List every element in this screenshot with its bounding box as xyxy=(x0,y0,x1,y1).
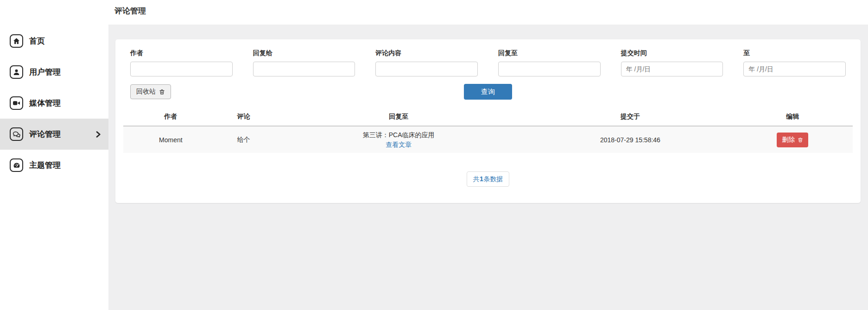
filter-form: 作者 回复给 评论内容 回复至 提交时间 至 xyxy=(123,49,853,76)
reply-to-user-label: 回复给 xyxy=(253,49,355,57)
column-header-edit: 编辑 xyxy=(732,110,853,126)
recycle-bin-button[interactable]: 回收站 xyxy=(130,84,171,99)
filter-field-submit-date-from: 提交时间 xyxy=(621,49,723,76)
cell-edit: 删除 xyxy=(732,126,853,153)
author-input[interactable] xyxy=(130,62,233,76)
top-header-bar: 评论管理 xyxy=(0,0,868,25)
sidebar-item-media[interactable]: 媒体管理 xyxy=(0,88,108,119)
filter-field-submit-date-to: 至 xyxy=(743,49,846,76)
article-title: 第三讲：PCA临床的应用 xyxy=(269,131,528,139)
sidebar-item-users[interactable]: 用户管理 xyxy=(0,57,108,88)
total-count-badge[interactable]: 共1条数据 xyxy=(467,171,509,187)
pagination: 共1条数据 xyxy=(123,171,853,187)
sidebar-item-label: 主题管理 xyxy=(29,160,61,171)
cell-submitted-at: 2018-07-29 15:58:46 xyxy=(528,126,733,153)
speedometer-icon xyxy=(10,158,23,172)
sidebar: 首页 用户管理 媒体管理 评论管理 xyxy=(0,0,108,310)
view-article-link[interactable]: 查看文章 xyxy=(386,140,412,149)
comments-panel: 作者 回复给 评论内容 回复至 提交时间 至 xyxy=(115,39,861,203)
sidebar-item-label: 媒体管理 xyxy=(29,98,61,108)
videocam-icon xyxy=(10,96,23,110)
column-header-author: 作者 xyxy=(123,110,218,126)
reply-at-input[interactable] xyxy=(498,62,601,76)
submit-date-to-label: 至 xyxy=(743,49,846,57)
total-count-suffix: 条数据 xyxy=(483,175,503,183)
submit-date-to-input[interactable] xyxy=(743,62,846,76)
trash-icon xyxy=(159,89,165,95)
delete-label: 删除 xyxy=(782,136,795,144)
submit-date-from-label: 提交时间 xyxy=(621,49,723,57)
filter-field-comment-content: 评论内容 xyxy=(375,49,478,76)
sidebar-item-themes[interactable]: 主题管理 xyxy=(0,150,108,181)
recycle-bin-label: 回收站 xyxy=(136,88,156,96)
cell-comment: 给个 xyxy=(218,126,269,153)
cell-author: Moment xyxy=(123,126,218,153)
filter-field-reply-at: 回复至 xyxy=(498,49,601,76)
table-row: Moment 给个 第三讲：PCA临床的应用 查看文章 2018-07-29 1… xyxy=(123,126,853,153)
home-icon xyxy=(10,34,23,48)
user-icon xyxy=(10,65,23,79)
column-header-submitted-at: 提交于 xyxy=(528,110,733,126)
page-title: 评论管理 xyxy=(114,6,146,16)
sidebar-item-home[interactable]: 首页 xyxy=(0,25,108,57)
column-header-comment: 评论 xyxy=(218,110,269,126)
filter-actions-row: 回收站 查询 xyxy=(123,84,853,100)
column-header-reply-to: 回复至 xyxy=(269,110,528,126)
reply-at-label: 回复至 xyxy=(498,49,601,57)
sidebar-item-label: 首页 xyxy=(29,36,45,46)
sidebar-item-label: 评论管理 xyxy=(29,129,61,139)
chevron-right-icon xyxy=(95,131,101,138)
submit-date-from-input[interactable] xyxy=(621,62,723,76)
cell-reply-to: 第三讲：PCA临床的应用 查看文章 xyxy=(269,126,528,153)
filter-field-author: 作者 xyxy=(130,49,233,76)
author-label: 作者 xyxy=(130,49,233,57)
total-count-prefix: 共 xyxy=(473,175,480,183)
table-header-row: 作者 评论 回复至 提交于 编辑 xyxy=(123,110,853,126)
filter-field-reply-to-user: 回复给 xyxy=(253,49,355,76)
main-content: 作者 回复给 评论内容 回复至 提交时间 至 xyxy=(108,25,868,310)
total-count-number: 1 xyxy=(480,175,483,183)
comment-content-input[interactable] xyxy=(375,62,478,76)
comment-content-label: 评论内容 xyxy=(375,49,478,57)
sidebar-item-label: 用户管理 xyxy=(29,67,61,77)
trash-icon xyxy=(798,137,803,143)
search-button[interactable]: 查询 xyxy=(464,84,512,100)
reply-to-user-input[interactable] xyxy=(253,62,355,76)
chat-bubbles-icon xyxy=(10,127,23,141)
sidebar-item-comments[interactable]: 评论管理 xyxy=(0,119,108,150)
comments-table: 作者 评论 回复至 提交于 编辑 Moment 给个 第三讲：PCA临床的应用 … xyxy=(123,110,853,153)
delete-button[interactable]: 删除 xyxy=(777,133,808,147)
